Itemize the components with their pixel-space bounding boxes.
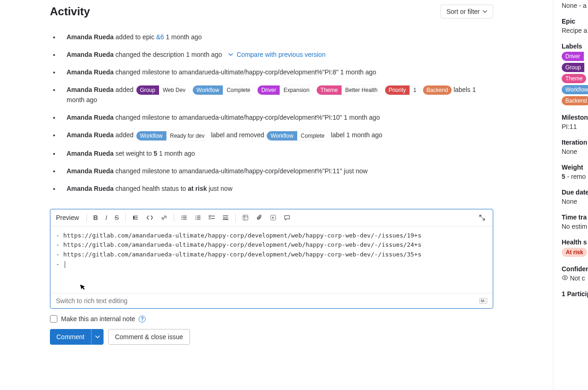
- comment-button-group: Comment: [50, 329, 104, 345]
- milestone-value[interactable]: PI:11: [562, 123, 588, 130]
- comment-button[interactable]: Comment: [50, 329, 91, 345]
- time-tracking-value[interactable]: No estim: [562, 223, 588, 230]
- weight-value[interactable]: 5 - remo: [562, 173, 588, 180]
- action-text: added: [114, 86, 135, 93]
- comment-textarea[interactable]: - https://gitlab.com/amandarueda-ultimat…: [50, 226, 493, 293]
- activity-item: Amanda Rueda changed health status to at…: [60, 180, 493, 198]
- help-icon[interactable]: ?: [139, 316, 146, 323]
- separator: [235, 213, 236, 222]
- action-text: label 1 month ago: [331, 131, 382, 139]
- health-status-badge[interactable]: At risk: [562, 248, 587, 257]
- svg-point-10: [564, 277, 566, 279]
- quote-icon[interactable]: [129, 213, 141, 223]
- editor-toolbar: Preview B I S 123: [50, 209, 493, 226]
- code-icon[interactable]: [143, 213, 156, 223]
- comment-editor: Preview B I S 123 - https://gitlab.com/a…: [50, 209, 493, 309]
- timestamp: 1 month ago: [340, 68, 376, 76]
- author: Amanda Rueda: [67, 131, 114, 139]
- details-icon[interactable]: [267, 213, 279, 223]
- epic-value[interactable]: Recipe a: [562, 27, 588, 34]
- svg-point-2: [182, 219, 183, 219]
- epic-heading: Epic: [562, 18, 588, 25]
- health-heading: Health s: [562, 238, 588, 246]
- participants-heading: 1 Particip: [562, 290, 588, 298]
- activity-title: Activity: [50, 5, 90, 18]
- strikethrough-icon[interactable]: S: [112, 212, 122, 223]
- label-pill[interactable]: Backend: [562, 96, 588, 105]
- chevron-down-icon: [483, 9, 487, 14]
- attachment-icon[interactable]: [253, 213, 265, 223]
- label-pill[interactable]: Workflow: [562, 85, 588, 94]
- action-text: added: [114, 131, 135, 139]
- milestone-heading: Mileston: [562, 114, 588, 121]
- label-pill[interactable]: GroupWeb Dev: [136, 85, 190, 95]
- numbered-list-icon[interactable]: 123: [192, 213, 204, 223]
- labels-heading: Labels: [562, 43, 588, 50]
- activity-item: Amanda Rueda set weight to 5 1 month ago: [60, 145, 493, 163]
- action-text: changed health status to: [114, 185, 188, 192]
- comment-close-button[interactable]: Comment & close issue: [108, 329, 190, 345]
- activity-item: Amanda Rueda changed milestone to amanda…: [60, 64, 493, 81]
- link-icon[interactable]: [158, 213, 170, 223]
- label-pill[interactable]: Backend: [423, 85, 452, 95]
- epic-link[interactable]: &6: [156, 33, 164, 41]
- assignees-value: None - a: [562, 2, 588, 9]
- separator: [125, 213, 126, 222]
- fullscreen-icon[interactable]: [476, 213, 488, 223]
- bold-icon[interactable]: B: [91, 212, 101, 223]
- due-date-value[interactable]: None: [562, 198, 588, 205]
- label-pill[interactable]: DriverExpansion: [257, 85, 313, 95]
- internal-note-checkbox[interactable]: [50, 315, 57, 323]
- svg-point-0: [182, 215, 183, 216]
- confidential-heading: Confider: [562, 265, 588, 273]
- action-text: added to epic: [114, 33, 156, 41]
- indent-icon[interactable]: [220, 213, 232, 223]
- svg-rect-7: [209, 218, 211, 219]
- separator: [86, 213, 87, 222]
- italic-icon[interactable]: I: [103, 212, 110, 223]
- timestamp: just now: [344, 167, 368, 175]
- confidential-value[interactable]: Not c: [562, 274, 588, 282]
- label-pill[interactable]: GroupV: [562, 63, 588, 72]
- due-date-heading: Due date: [562, 189, 588, 196]
- activity-item: Amanda Rueda added WorkflowReady for dev…: [60, 127, 493, 145]
- author: Amanda Rueda: [67, 167, 114, 175]
- text-cursor: [65, 261, 65, 268]
- label-pill[interactable]: Priority1: [385, 85, 421, 95]
- table-icon[interactable]: [239, 213, 251, 223]
- sort-filter-button[interactable]: Sort or filter: [441, 5, 493, 18]
- timestamp: 1 month ago: [344, 114, 380, 121]
- label-pill[interactable]: WorkflowComplete: [192, 85, 254, 95]
- markdown-icon[interactable]: M↓: [479, 298, 487, 304]
- bullet-list-icon[interactable]: [178, 213, 190, 223]
- action-text: set weight to: [114, 150, 153, 157]
- iteration-value[interactable]: None: [562, 148, 588, 155]
- label-pill[interactable]: Theme: [562, 74, 586, 83]
- author: Amanda Rueda: [67, 68, 114, 76]
- timestamp: 1 month ago: [164, 33, 202, 41]
- comment-dropdown-button[interactable]: [91, 329, 104, 345]
- activity-item: Amanda Rueda changed milestone to amanda…: [60, 109, 493, 127]
- editor-content: - https://gitlab.com/amandarueda-ultimat…: [56, 232, 422, 268]
- eye-icon: [562, 274, 568, 282]
- compare-link[interactable]: Compare with previous version: [237, 51, 325, 58]
- activity-item: Amanda Rueda added GroupWeb Dev Workflow…: [60, 81, 493, 109]
- separator: [174, 213, 174, 222]
- label-pill[interactable]: WorkflowComplete: [266, 131, 328, 141]
- weight-value: 5: [153, 150, 157, 157]
- checklist-icon[interactable]: [206, 213, 218, 223]
- author: Amanda Rueda: [67, 33, 114, 41]
- activity-item: Amanda Rueda changed milestone to amanda…: [60, 163, 493, 180]
- preview-tab[interactable]: Preview: [55, 213, 83, 222]
- svg-point-1: [182, 217, 183, 218]
- timestamp: just now: [207, 185, 233, 192]
- time-tracking-heading: Time tra: [562, 213, 588, 221]
- internal-note-label: Make this an internal note: [61, 315, 135, 323]
- comment-icon[interactable]: [281, 213, 293, 223]
- label-pill[interactable]: WorkflowReady for dev: [136, 131, 209, 141]
- label-pill[interactable]: ThemeBetter Health: [316, 85, 381, 95]
- label-pill[interactable]: DriverE: [562, 52, 588, 61]
- author: Amanda Rueda: [67, 114, 114, 121]
- internal-note-row[interactable]: Make this an internal note ?: [50, 315, 493, 323]
- timestamp: 1 month ago: [157, 150, 195, 157]
